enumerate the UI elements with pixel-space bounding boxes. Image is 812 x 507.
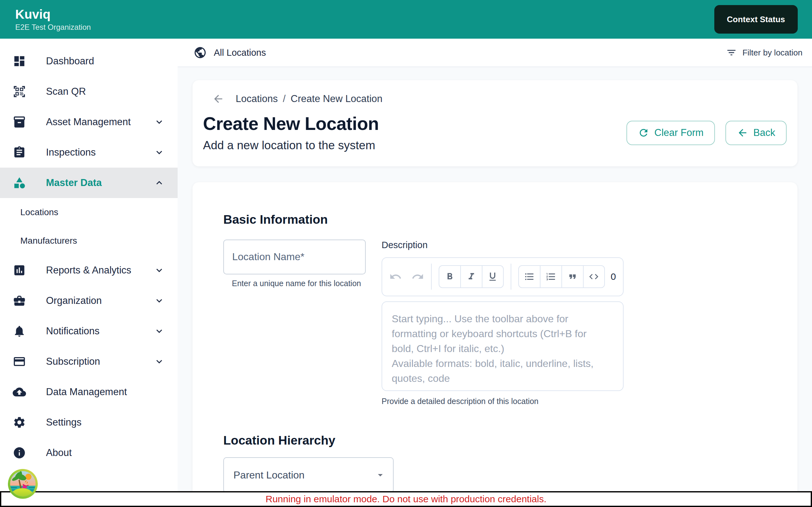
chevron-down-icon [154,116,165,128]
filter-by-location-button[interactable]: Filter by location [726,47,803,58]
sidebar-item-label: Dashboard [46,55,94,67]
italic-button[interactable] [460,266,482,287]
sidebar-item-settings[interactable]: Settings [0,407,177,438]
ordered-list-button[interactable] [540,266,561,287]
description-editor[interactable]: Start typing... Use the toolbar above fo… [382,301,623,391]
italic-icon [466,271,477,282]
sidebar-item-dashboard[interactable]: Dashboard [0,46,177,76]
toolbar-divider [511,264,511,290]
blockquote-button[interactable] [561,266,583,287]
page-header-card: Locations / Create New Location Create N… [193,80,798,166]
clipboard-icon [13,146,26,159]
caret-down-icon [374,469,386,481]
page-content: Locations / Create New Location Create N… [177,67,812,507]
breadcrumb-locations[interactable]: Locations [236,93,278,105]
app-name: Kuviq [15,7,91,21]
chevron-down-icon [154,295,165,306]
bell-icon [13,325,26,338]
toolbar-divider [431,264,432,290]
context-status-button[interactable]: Context Status [714,5,798,34]
sidebar-item-label: Data Management [46,386,127,398]
undo-icon[interactable] [389,270,402,283]
refresh-icon [638,127,649,138]
globe-icon [194,46,207,59]
rich-text-toolbar: 0 [382,257,623,296]
sidebar-item-about[interactable]: About [0,438,177,468]
sidebar-subitem-manufacturers[interactable]: Manufacturers [0,227,177,255]
emulator-warning-banner: Running in emulator mode. Do not use wit… [0,491,812,507]
back-button[interactable]: Back [725,121,786,145]
redo-icon[interactable] [411,270,424,283]
description-helper: Provide a detailed description of this l… [382,397,623,406]
code-icon [589,271,599,282]
chevron-up-icon [154,177,165,188]
chevron-down-icon [154,356,165,367]
blockquote-icon [567,271,578,282]
breadcrumb-separator: / [283,93,286,105]
gear-icon [13,416,26,429]
bold-button[interactable] [439,266,460,287]
sidebar-item-asset-management[interactable]: Asset Management [0,107,177,137]
filter-icon [726,47,737,58]
basic-information-heading: Basic Information [223,212,778,227]
page-subtitle: Add a new location to the system [203,139,379,152]
sidebar-item-label: Settings [46,417,82,428]
header-actions: Clear Form Back [626,121,786,145]
arrow-left-icon[interactable] [212,93,224,105]
bar-chart-icon [13,264,26,277]
org-name: E2E Test Organization [15,23,91,32]
title-row: Create New Location Add a new location t… [203,114,786,152]
sidebar-item-data-management[interactable]: Data Management [0,377,177,407]
location-context-bar: All Locations Filter by location [177,39,812,67]
chevron-down-icon [154,265,165,276]
block-format-group [518,265,605,288]
credit-card-icon [13,355,26,368]
sidebar-item-notifications[interactable]: Notifications [0,316,177,346]
character-count: 0 [611,271,616,282]
clear-form-button[interactable]: Clear Form [626,121,715,145]
dashboard-icon [13,55,26,68]
emulator-warning-text: Running in emulator mode. Do not use wit… [265,494,547,504]
qr-code-scanner-icon [13,85,26,98]
sidebar-item-label: Organization [46,295,102,306]
info-icon [13,446,26,459]
clear-form-label: Clear Form [654,127,704,138]
bullet-list-button[interactable] [519,266,540,287]
sidebar-item-organization[interactable]: Organization [0,285,177,316]
sidebar-item-inspections[interactable]: Inspections [0,137,177,168]
arrow-left-icon [737,127,748,138]
editor-placeholder-line: formatting or keyboard shortcuts (Ctrl+B… [392,326,613,341]
basic-info-grid: Enter a unique name for this location De… [223,239,778,406]
bold-icon [444,271,455,282]
sidebar-item-label: Inspections [46,147,96,158]
current-location-scope[interactable]: All Locations [194,46,266,59]
sidebar-item-label: Scan QR [46,86,86,97]
code-button[interactable] [583,266,605,287]
page-title: Create New Location [203,114,379,134]
archive-box-icon [13,115,26,129]
sidebar-item-reports-analytics[interactable]: Reports & Analytics [0,255,177,285]
sidebar-item-master-data[interactable]: Master Data [0,168,177,198]
sidebar-item-subscription[interactable]: Subscription [0,346,177,377]
brand: Kuviq E2E Test Organization [15,7,91,32]
app-header: Kuviq E2E Test Organization Context Stat… [0,0,812,39]
briefcase-icon [13,294,26,307]
editor-placeholder-line: Available formats: bold, italic, underli… [392,356,613,371]
cloud-upload-icon [13,385,26,399]
description-label: Description [382,239,623,250]
parent-location-select[interactable]: Parent Location [223,457,394,493]
sidebar-item-label: Asset Management [46,116,131,128]
sidebar-subitem-locations[interactable]: Locations [0,198,177,227]
location-name-input[interactable] [223,239,366,274]
text-style-group [439,265,504,288]
sidebar-item-scan-qr[interactable]: Scan QR [0,76,177,107]
editor-placeholder-line: bold, Ctrl+I for italic, etc.) [392,341,613,356]
chevron-down-icon [154,326,165,337]
filter-label: Filter by location [743,48,803,58]
back-label: Back [753,127,775,138]
island-badge-icon[interactable] [7,468,38,499]
bullet-list-icon [524,271,535,282]
sidebar-item-label: About [46,447,72,458]
underline-button[interactable] [482,266,503,287]
parent-location-label: Parent Location [234,469,305,481]
